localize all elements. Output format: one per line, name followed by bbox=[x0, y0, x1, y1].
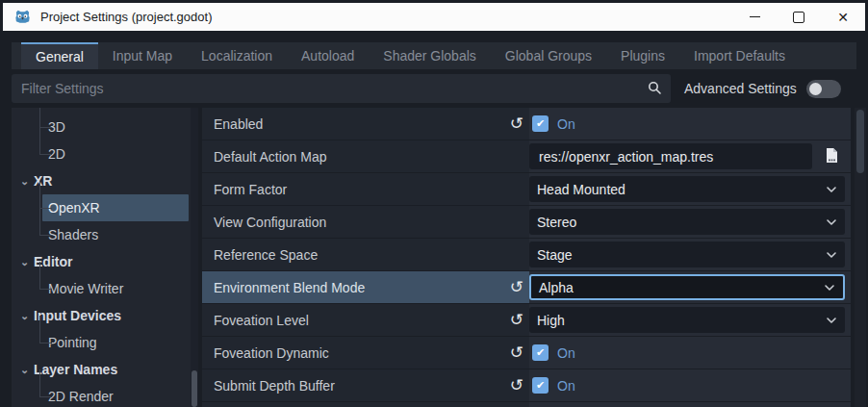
sidebar-item-label: Pointing bbox=[48, 335, 97, 350]
setting-label-cell[interactable]: Environment Blend Mode↺ bbox=[202, 271, 529, 303]
tab-input-map[interactable]: Input Map bbox=[98, 42, 187, 69]
setting-label: Default Action Map bbox=[214, 149, 327, 165]
advanced-settings-label: Advanced Settings bbox=[684, 81, 797, 96]
sidebar-item-openxr[interactable]: OpenXR bbox=[42, 194, 189, 221]
filter-bar: Advanced Settings bbox=[0, 74, 868, 103]
revert-icon[interactable]: ↺ bbox=[510, 377, 523, 394]
dropdown-foveation-level[interactable]: High bbox=[529, 307, 845, 333]
sidebar-item-xr[interactable]: ⌄XR bbox=[12, 167, 198, 194]
sidebar-item-label: Editor bbox=[34, 254, 72, 269]
revert-icon[interactable]: ↺ bbox=[510, 115, 523, 132]
chevron-down-icon[interactable]: ⌄ bbox=[17, 310, 32, 322]
setting-label: Environment Blend Mode bbox=[214, 280, 365, 295]
setting-label: Form Factor bbox=[214, 182, 287, 197]
setting-value-cell: ✔On bbox=[529, 402, 851, 407]
settings-row-default-action-map: Default Action Mapres://openxr_action_ma… bbox=[202, 140, 851, 172]
minimize-button[interactable] bbox=[732, 3, 777, 31]
tab-plugins[interactable]: Plugins bbox=[606, 42, 679, 69]
sidebar-scrollbar-thumb[interactable] bbox=[191, 370, 197, 407]
revert-icon[interactable]: ↺ bbox=[510, 312, 523, 328]
setting-label-cell[interactable]: Foveation Dynamic↺ bbox=[202, 337, 529, 369]
sidebar-item-movie-writer[interactable]: Movie Writer bbox=[12, 275, 198, 302]
resource-path-field[interactable]: res://openxr_action_map.tres bbox=[529, 143, 812, 169]
sidebar-item-layer-names[interactable]: ⌄Layer Names bbox=[12, 356, 198, 383]
tab-autoload[interactable]: Autoload bbox=[287, 42, 369, 69]
dropdown-form-factor[interactable]: Head Mounted bbox=[529, 176, 845, 202]
settings-tree-sidebar: 3D2D⌄XROpenXRShaders⌄EditorMovie Writer⌄… bbox=[12, 108, 198, 407]
chevron-down-icon bbox=[826, 216, 837, 228]
sidebar-item-2d-render[interactable]: 2D Render bbox=[12, 383, 198, 407]
setting-label-cell[interactable]: Default Action Map bbox=[202, 140, 529, 172]
settings-row-reference-space: Reference SpaceStage bbox=[202, 239, 851, 270]
filter-input-wrap bbox=[12, 74, 671, 103]
settings-row-startup-alert: Startup Alert↺✔On bbox=[202, 402, 851, 407]
tab-localization[interactable]: Localization bbox=[187, 42, 287, 69]
checkbox-state-label: On bbox=[557, 345, 575, 361]
chevron-down-icon[interactable]: ⌄ bbox=[17, 364, 32, 376]
setting-value-cell: ✔On bbox=[529, 337, 851, 369]
setting-label-cell[interactable]: Submit Depth Buffer↺ bbox=[202, 369, 529, 401]
dropdown-view-configuration[interactable]: Stereo bbox=[529, 209, 845, 235]
close-button[interactable]: ✕ bbox=[821, 3, 865, 31]
checkbox-state-label: On bbox=[557, 378, 575, 394]
checkbox-checked[interactable]: ✔ bbox=[532, 115, 549, 132]
tab-global-groups[interactable]: Global Groups bbox=[491, 42, 606, 69]
sidebar-item-input-devices[interactable]: ⌄Input Devices bbox=[12, 302, 198, 329]
resource-file-button[interactable] bbox=[818, 143, 845, 169]
maximize-button[interactable] bbox=[777, 3, 821, 31]
sidebar-item-3d[interactable]: 3D bbox=[12, 114, 198, 140]
setting-label-cell[interactable]: Form Factor bbox=[202, 173, 529, 205]
setting-label: Reference Space bbox=[214, 247, 318, 263]
setting-value-cell: Stage bbox=[529, 239, 851, 270]
filter-settings-input[interactable] bbox=[12, 74, 671, 103]
sidebar-item-label: XR bbox=[34, 173, 52, 189]
chevron-down-icon[interactable]: ⌄ bbox=[17, 256, 32, 268]
sidebar-item-2d[interactable]: 2D bbox=[12, 140, 198, 167]
setting-label-cell[interactable]: Startup Alert↺ bbox=[202, 402, 529, 407]
setting-label-cell[interactable]: Foveation Level↺ bbox=[202, 304, 529, 336]
sidebar-item-label: OpenXR bbox=[48, 200, 100, 216]
chevron-down-icon bbox=[826, 315, 837, 326]
checkbox-checked[interactable]: ✔ bbox=[532, 344, 549, 361]
godot-logo-icon bbox=[13, 8, 32, 26]
settings-row-view-configuration: View ConfigurationStereo bbox=[202, 206, 851, 238]
setting-label-cell[interactable]: Enabled↺ bbox=[202, 108, 529, 140]
sidebar-scrollbar[interactable] bbox=[191, 108, 198, 407]
setting-value-cell: ✔On bbox=[529, 108, 851, 140]
setting-label-cell[interactable]: View Configuration bbox=[202, 206, 529, 238]
sidebar-item-shaders[interactable]: Shaders bbox=[12, 221, 198, 248]
main-scrollbar-thumb[interactable] bbox=[856, 110, 864, 173]
dropdown-environment-blend-mode[interactable]: Alpha bbox=[529, 274, 845, 300]
sidebar-item-pointing[interactable]: Pointing bbox=[12, 329, 198, 356]
close-icon: ✕ bbox=[837, 11, 849, 24]
setting-value-cell: Alpha bbox=[529, 271, 851, 303]
main-scrollbar[interactable] bbox=[855, 108, 866, 407]
tab-import-defaults[interactable]: Import Defaults bbox=[679, 42, 800, 69]
setting-label-cell[interactable]: Reference Space bbox=[202, 239, 529, 270]
window-title: Project Settings (project.godot) bbox=[40, 10, 212, 24]
sidebar-item-label: Input Devices bbox=[34, 308, 121, 323]
dropdown-reference-space[interactable]: Stage bbox=[529, 242, 845, 267]
checkbox-checked[interactable]: ✔ bbox=[532, 377, 549, 394]
settings-row-form-factor: Form FactorHead Mounted bbox=[202, 173, 851, 205]
tab-general[interactable]: General bbox=[21, 42, 98, 69]
search-icon bbox=[648, 81, 662, 95]
dropdown-value: Alpha bbox=[539, 280, 574, 295]
setting-label: Submit Depth Buffer bbox=[214, 378, 335, 394]
dropdown-value: High bbox=[537, 313, 565, 328]
setting-value-cell: res://openxr_action_map.tres bbox=[529, 140, 851, 172]
checkbox-state-label: On bbox=[557, 116, 575, 132]
revert-icon[interactable]: ↺ bbox=[510, 279, 523, 295]
advanced-settings-toggle[interactable] bbox=[806, 80, 841, 98]
chevron-down-icon[interactable]: ⌄ bbox=[17, 175, 32, 188]
content-area: 3D2D⌄XROpenXRShaders⌄EditorMovie Writer⌄… bbox=[0, 108, 868, 407]
window-controls: ✕ bbox=[732, 3, 865, 31]
dropdown-value: Stage bbox=[537, 247, 573, 263]
settings-panel: Enabled↺✔OnDefault Action Mapres://openx… bbox=[202, 108, 851, 407]
sidebar-item-editor[interactable]: ⌄Editor bbox=[12, 248, 198, 275]
setting-value-cell: ✔On bbox=[529, 369, 851, 401]
minimize-icon bbox=[750, 16, 760, 18]
revert-icon[interactable]: ↺ bbox=[510, 344, 523, 361]
setting-value-cell: Head Mounted bbox=[529, 173, 851, 205]
tab-shader-globals[interactable]: Shader Globals bbox=[369, 42, 491, 69]
